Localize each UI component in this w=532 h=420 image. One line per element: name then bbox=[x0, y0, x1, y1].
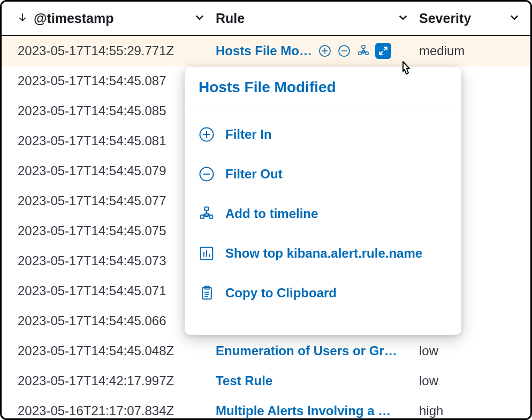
svg-rect-3 bbox=[359, 52, 361, 55]
table-row[interactable]: 2023-05-16T21:17:07.834ZMultiple Alerts … bbox=[2, 396, 530, 420]
chevron-down-icon[interactable] bbox=[509, 12, 520, 25]
filter-in-icon[interactable] bbox=[317, 43, 332, 58]
cell-actions-popover: Hosts File Modified Filter InFilter OutA… bbox=[185, 67, 461, 335]
rule-cell: Multiple Alerts Involving a … bbox=[216, 403, 419, 418]
chevron-down-icon[interactable] bbox=[398, 12, 408, 25]
timeline-icon bbox=[199, 206, 215, 222]
popover-item-timeline[interactable]: Add to timeline bbox=[185, 194, 461, 234]
column-header-rule[interactable]: Rule bbox=[216, 11, 419, 26]
timestamp-cell: 2023-05-17T14:54:45.048Z bbox=[18, 343, 216, 358]
rule-cell: Enumeration of Users or Gr… bbox=[216, 343, 419, 358]
rule-link[interactable]: Test Rule bbox=[216, 373, 272, 388]
filter-out-icon[interactable] bbox=[337, 43, 352, 58]
svg-rect-9 bbox=[201, 215, 204, 219]
sort-desc-icon bbox=[18, 12, 27, 24]
minus-circle-icon bbox=[199, 166, 215, 182]
clipboard-icon bbox=[199, 285, 215, 301]
severity-cell: high bbox=[419, 403, 520, 418]
severity-cell: low bbox=[419, 373, 520, 388]
table-header-row: @timestamp Rule Severity bbox=[2, 2, 530, 36]
popover-item-label: Filter In bbox=[225, 127, 272, 142]
popover-item-minus-circle[interactable]: Filter Out bbox=[185, 154, 461, 194]
popover-item-label: Copy to Clipboard bbox=[225, 286, 337, 301]
timeline-icon[interactable] bbox=[356, 43, 371, 58]
column-header-severity[interactable]: Severity bbox=[419, 11, 520, 26]
column-label: @timestamp bbox=[34, 11, 113, 26]
bar-chart-icon bbox=[199, 245, 215, 261]
inline-cell-actions bbox=[317, 43, 391, 59]
rule-cell: Test Rule bbox=[216, 373, 419, 388]
popover-title: Hosts File Modified bbox=[185, 67, 461, 109]
popover-item-plus-circle[interactable]: Filter In bbox=[185, 115, 461, 154]
popover-item-label: Filter Out bbox=[225, 167, 283, 182]
popover-item-clipboard[interactable]: Copy to Clipboard bbox=[185, 273, 461, 313]
rule-link[interactable]: Hosts File Mo… bbox=[216, 43, 312, 58]
timestamp-cell: 2023-05-17T14:55:29.771Z bbox=[18, 43, 216, 58]
svg-rect-10 bbox=[209, 215, 212, 219]
popover-item-label: Show top kibana.alert.rule.name bbox=[225, 246, 422, 261]
svg-rect-4 bbox=[366, 52, 368, 55]
column-label: Rule bbox=[216, 11, 245, 26]
severity-cell: low bbox=[419, 343, 520, 358]
rule-link[interactable]: Enumeration of Users or Gr… bbox=[216, 343, 397, 358]
table-row[interactable]: 2023-05-17T14:55:29.771ZHosts File Mo…me… bbox=[2, 36, 530, 66]
table-row[interactable]: 2023-05-17T14:54:45.048ZEnumeration of U… bbox=[2, 336, 530, 366]
chevron-down-icon[interactable] bbox=[194, 12, 205, 25]
timestamp-cell: 2023-05-16T21:17:07.834Z bbox=[18, 403, 216, 418]
column-label: Severity bbox=[419, 11, 471, 26]
timestamp-cell: 2023-05-17T14:42:17.997Z bbox=[18, 373, 216, 388]
rule-link[interactable]: Multiple Alerts Involving a … bbox=[216, 403, 391, 418]
severity-cell: medium bbox=[419, 43, 520, 58]
plus-circle-icon bbox=[199, 126, 215, 142]
svg-rect-2 bbox=[362, 46, 365, 48]
rule-cell: Hosts File Mo… bbox=[216, 43, 419, 59]
popover-item-bar-chart[interactable]: Show top kibana.alert.rule.name bbox=[185, 234, 461, 273]
column-header-timestamp[interactable]: @timestamp bbox=[18, 11, 216, 26]
popover-item-label: Add to timeline bbox=[225, 206, 318, 221]
svg-rect-8 bbox=[204, 207, 209, 211]
expand-icon[interactable] bbox=[375, 43, 391, 59]
table-row[interactable]: 2023-05-17T14:42:17.997ZTest Rulelow bbox=[2, 366, 530, 396]
